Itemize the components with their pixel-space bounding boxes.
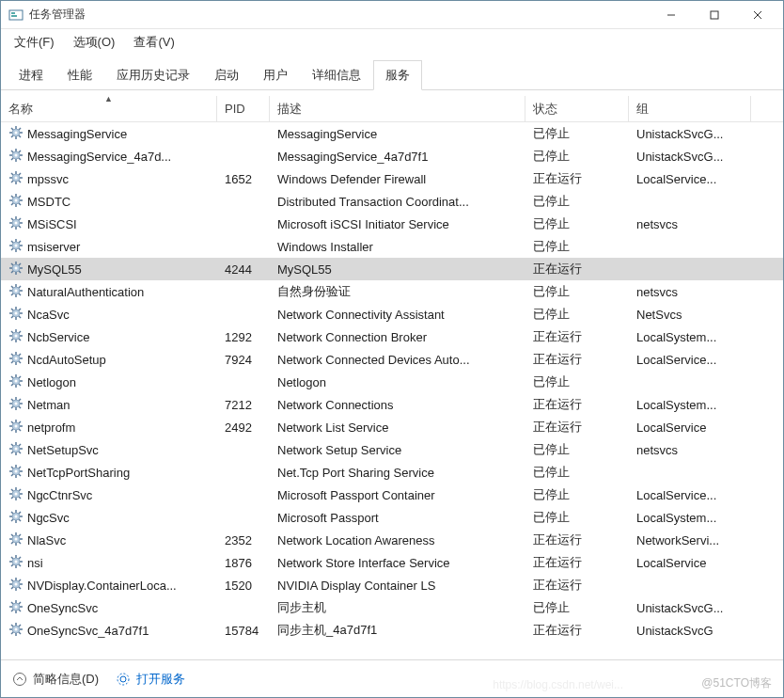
svg-point-168 (15, 492, 18, 495)
table-body[interactable]: MessagingServiceMessagingService已停止Unist… (1, 122, 783, 659)
menu-file[interactable]: 文件(F) (8, 32, 60, 53)
close-button[interactable] (736, 1, 779, 29)
table-row[interactable]: NcbService1292Network Connection Broker正… (1, 325, 783, 348)
svg-line-133 (11, 399, 13, 401)
service-name: NcbService (27, 330, 89, 344)
svg-line-23 (11, 151, 13, 152)
svg-line-225 (19, 602, 21, 604)
menu-options[interactable]: 选项(O) (68, 32, 121, 53)
table-row[interactable]: OneSyncSvc_4a7d7f115784同步主机_4a7d7f1正在运行U… (1, 619, 783, 642)
gear-icon (8, 373, 27, 391)
menubar: 文件(F) 选项(O) 查看(V) (1, 29, 783, 56)
column-name[interactable]: 名称▲ (1, 96, 217, 121)
service-desc: Microsoft Passport (270, 511, 525, 525)
service-desc: Windows Defender Firewall (270, 172, 525, 186)
table-row[interactable]: MessagingService_4a7d...MessagingService… (1, 145, 783, 167)
service-name: NgcSvc (27, 511, 70, 525)
menu-view[interactable]: 查看(V) (128, 32, 180, 53)
table-row[interactable]: NVDisplay.ContainerLoca...1520NVIDIA Dis… (1, 574, 783, 596)
tab-3[interactable]: 启动 (202, 60, 251, 90)
gear-icon (8, 238, 27, 256)
maximize-button[interactable] (693, 1, 736, 29)
tab-4[interactable]: 用户 (251, 60, 300, 90)
table-row[interactable]: NgcCtnrSvcMicrosoft Passport Container已停… (1, 484, 783, 506)
table-row[interactable]: OneSyncSvc同步主机已停止UnistackSvcG... (1, 596, 783, 619)
svg-line-126 (11, 384, 13, 386)
table-row[interactable]: NaturalAuthentication自然身份验证已停止netsvcs (1, 280, 783, 303)
service-pid: 15784 (217, 624, 270, 638)
svg-point-237 (14, 673, 26, 685)
table-row[interactable]: MSiSCSIMicrosoft iSCSI Initiator Service… (1, 213, 783, 235)
table-row[interactable]: msiserverWindows Installer已停止 (1, 235, 783, 258)
table-row[interactable]: MessagingServiceMessagingService已停止Unist… (1, 122, 783, 145)
service-status: 已停止 (525, 193, 629, 210)
table-row[interactable]: NcdAutoSetup7924Network Connected Device… (1, 348, 783, 371)
column-pid[interactable]: PID (217, 96, 270, 121)
svg-point-108 (15, 357, 18, 359)
table-row[interactable]: NcaSvcNetwork Connectivity Assistant已停止N… (1, 303, 783, 325)
gear-icon (8, 554, 27, 572)
brief-info-button[interactable]: 简略信息(D) (12, 671, 99, 688)
service-status: 正在运行 (525, 328, 629, 345)
column-group[interactable]: 组 (629, 96, 751, 121)
service-group: LocalSystem... (629, 398, 751, 412)
tab-1[interactable]: 性能 (55, 60, 104, 90)
service-name: OneSyncSvc (27, 601, 98, 615)
svg-line-204 (19, 564, 21, 566)
service-name: MySQL55 (27, 262, 82, 277)
tab-0[interactable]: 进程 (7, 60, 55, 90)
svg-line-66 (11, 248, 13, 250)
table-row[interactable]: NlaSvc2352Network Location Awareness正在运行… (1, 529, 783, 551)
column-desc[interactable]: 描述 (270, 96, 525, 121)
minimize-button[interactable] (650, 1, 693, 29)
svg-line-214 (19, 587, 21, 589)
svg-point-38 (15, 198, 18, 201)
tab-2[interactable]: 应用历史记录 (104, 60, 202, 90)
svg-line-195 (19, 534, 21, 536)
tab-5[interactable]: 详细信息 (300, 60, 373, 90)
tab-6[interactable]: 服务 (373, 60, 422, 90)
table-row[interactable]: NgcSvcMicrosoft Passport已停止LocalSystem..… (1, 506, 783, 529)
open-services-link[interactable]: 打开服务 (116, 671, 185, 688)
table-row[interactable]: MSDTCDistributed Transaction Coordinat..… (1, 190, 783, 213)
service-pid: 2492 (217, 420, 270, 435)
gear-icon (8, 464, 27, 482)
titlebar[interactable]: 任务管理器 (1, 1, 783, 29)
service-group: LocalSystem... (629, 511, 751, 525)
svg-line-85 (19, 286, 21, 288)
svg-line-153 (11, 444, 13, 446)
svg-line-144 (19, 429, 21, 431)
table-row[interactable]: mpssvc1652Windows Defender Firewall正在运行L… (1, 167, 783, 190)
gear-icon (8, 261, 27, 278)
table-row[interactable]: NetSetupSvcNetwork Setup Service已停止netsv… (1, 438, 783, 461)
service-group: netsvcs (629, 285, 751, 299)
svg-line-236 (11, 632, 13, 634)
svg-line-86 (11, 293, 13, 295)
svg-line-166 (11, 474, 13, 476)
svg-line-234 (19, 632, 21, 634)
footer: 简略信息(D) 打开服务 https://blog.csdn.net/wei..… (1, 659, 783, 697)
service-group: LocalService... (629, 172, 751, 186)
table-row[interactable]: netprofm2492Network List Service正在运行Loca… (1, 416, 783, 438)
gear-icon (8, 396, 27, 414)
svg-line-186 (11, 519, 13, 521)
table-row[interactable]: MySQL554244MySQL55正在运行 (1, 258, 783, 280)
service-group: UnistackSvcG... (629, 127, 751, 141)
svg-line-93 (11, 309, 13, 310)
service-group: LocalService (629, 420, 751, 435)
service-name: MessagingService_4a7d... (27, 150, 171, 164)
svg-point-228 (15, 627, 18, 630)
service-desc: MySQL55 (270, 262, 525, 277)
column-status[interactable]: 状态 (525, 96, 629, 121)
service-group: LocalService... (629, 353, 751, 367)
svg-line-64 (19, 248, 21, 250)
table-row[interactable]: Netman7212Network Connections正在运行LocalSy… (1, 393, 783, 416)
svg-line-36 (11, 181, 13, 182)
service-status: 已停止 (525, 283, 629, 300)
table-row[interactable]: nsi1876Network Store Interface Service正在… (1, 551, 783, 574)
service-group: UnistackSvcG... (629, 150, 751, 164)
svg-line-233 (11, 625, 13, 627)
table-row[interactable]: NetTcpPortSharingNet.Tcp Port Sharing Se… (1, 461, 783, 484)
table-row[interactable]: NetlogonNetlogon已停止 (1, 371, 783, 393)
services-table: 名称▲ PID 描述 状态 组 MessagingServiceMessagin… (1, 96, 783, 659)
